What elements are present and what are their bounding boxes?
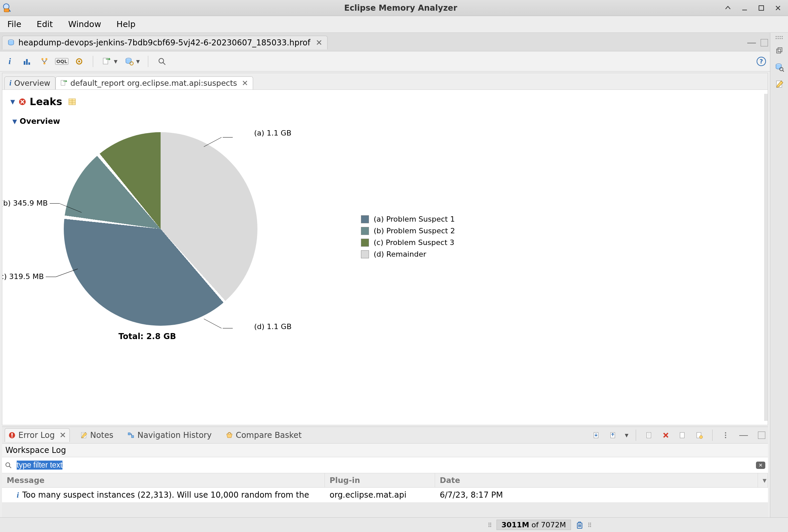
help-button[interactable]: ? (756, 57, 766, 66)
minimize-button[interactable] (740, 3, 749, 13)
pie-total: Total: 2.8 GB (51, 332, 244, 341)
delete-log-button[interactable] (660, 430, 671, 441)
view-minimize-button[interactable] (739, 434, 748, 436)
svg-rect-2 (4, 9, 9, 12)
filter-row: ✕ (2, 457, 768, 473)
svg-rect-25 (128, 432, 130, 434)
notes-icon (80, 432, 87, 439)
clear-log-button[interactable] (644, 430, 655, 441)
restore-log-button[interactable] (693, 430, 705, 441)
search-button[interactable] (156, 56, 168, 67)
chevron-down-icon: ▼ (114, 59, 118, 64)
pie-callout-d: (d) 1.1 GB (224, 322, 292, 331)
close-button[interactable] (773, 3, 783, 13)
svg-point-35 (725, 437, 726, 438)
view-minimize-button[interactable] (747, 42, 756, 43)
restore-icon[interactable] (776, 47, 783, 55)
grip-icon[interactable] (489, 523, 492, 527)
oql-button[interactable]: OQL (56, 56, 67, 67)
pie-legend: (a) Problem Suspect 1 (b) Problem Suspec… (361, 215, 455, 258)
tab-compare-basket[interactable]: Compare Basket (222, 428, 305, 442)
svg-point-34 (725, 434, 726, 436)
menu-bar: File Edit Window Help (0, 16, 788, 33)
title-bar: Eclipse Memory Analyzer (0, 0, 788, 16)
menu-window[interactable]: Window (65, 18, 104, 30)
tab-notes[interactable]: Notes (77, 428, 117, 442)
log-date: 6/7/23, 8:17 PM (435, 488, 758, 502)
scrollbar[interactable] (764, 94, 768, 421)
run-report-dropdown[interactable]: ▼ (101, 56, 118, 67)
tab-overview[interactable]: i Overview (4, 77, 55, 89)
col-date[interactable]: Date (435, 473, 758, 487)
right-trim (770, 33, 788, 517)
file-tab[interactable]: heapdump-devops-jenkins-7bdb9cbf69-5vj42… (2, 36, 328, 49)
close-icon[interactable]: ✕ (242, 79, 248, 87)
tab-default-report[interactable]: default_report org.eclipse.mat.api:suspe… (55, 77, 253, 89)
tab-error-log[interactable]: Error Log ✕ (5, 428, 70, 442)
notes-shortcut-icon[interactable] (775, 80, 784, 88)
view-maximize-button[interactable] (761, 39, 768, 46)
gc-button[interactable] (576, 521, 584, 529)
menu-file[interactable]: File (4, 18, 25, 30)
twistie-icon[interactable]: ▼ (12, 118, 17, 125)
menu-edit[interactable]: Edit (33, 18, 56, 30)
chevron-down-icon[interactable]: ▼ (625, 432, 628, 438)
query-dropdown[interactable]: ▼ (123, 56, 140, 67)
col-plugin[interactable]: Plug-in (325, 473, 435, 487)
pie-callout-b: (b) 345.9 MB (2, 199, 81, 207)
maximize-button[interactable] (756, 3, 766, 13)
report-tabs: i Overview default_report org.eclipse.ma… (2, 73, 768, 90)
chevron-down-icon: ▼ (136, 59, 140, 64)
svg-rect-22 (11, 433, 13, 436)
view-maximize-button[interactable] (758, 432, 765, 439)
col-menu-button[interactable]: ▾ (758, 473, 768, 487)
compare-basket-icon (226, 432, 233, 439)
svg-point-10 (45, 58, 47, 60)
grip-icon[interactable] (588, 523, 592, 527)
heapdump-icon (7, 39, 15, 47)
log-message: Too many suspect instances (22,313). Wil… (22, 490, 309, 499)
close-icon[interactable]: ✕ (59, 431, 66, 440)
rollup-button[interactable] (723, 3, 733, 13)
grip-icon[interactable] (776, 36, 783, 39)
open-log-button[interactable] (677, 430, 688, 441)
tab-nav-history[interactable]: Navigation History (123, 428, 215, 442)
legend-item: (a) Problem Suspect 1 (361, 215, 455, 223)
svg-rect-26 (132, 435, 134, 437)
filter-input[interactable] (15, 459, 753, 471)
log-row[interactable]: i Too many suspect instances (22,313). W… (2, 488, 768, 502)
bottom-panel: Error Log ✕ Notes Navigation History Com… (2, 427, 768, 517)
import-log-button[interactable] (607, 430, 619, 441)
twistie-icon[interactable]: ▼ (11, 98, 15, 105)
close-icon[interactable]: ✕ (316, 38, 322, 47)
menu-help[interactable]: Help (113, 18, 139, 30)
histogram-button[interactable] (21, 56, 33, 67)
svg-rect-30 (680, 432, 685, 438)
svg-point-32 (700, 435, 703, 438)
svg-point-16 (130, 62, 133, 65)
svg-point-9 (41, 58, 43, 60)
view-menu-button[interactable] (720, 430, 731, 441)
svg-rect-7 (26, 59, 28, 65)
options-button[interactable] (74, 56, 85, 67)
pie-callout-c: (c) 319.5 MB (2, 272, 77, 281)
heap-status[interactable]: 3011M of 7072M (496, 520, 571, 530)
clear-filter-button[interactable]: ✕ (756, 462, 765, 469)
export-log-button[interactable] (591, 430, 602, 441)
report-body: ▼ Leaks ▼ Overview (a) 1.1 GB (b) 345.9 … (2, 90, 768, 425)
col-message[interactable]: Message (2, 473, 325, 487)
svg-rect-38 (778, 48, 782, 52)
info-button[interactable]: i (4, 56, 15, 67)
leaks-pie-chart: (a) 1.1 GB (b) 345.9 MB (c) 319.5 MB (d)… (64, 132, 760, 341)
workspace-log-label: Workspace Log (2, 444, 768, 457)
svg-rect-37 (777, 49, 781, 53)
svg-rect-29 (647, 432, 651, 438)
window-title: Eclipse Memory Analyzer (13, 3, 788, 13)
table-icon (68, 98, 76, 106)
svg-rect-8 (28, 62, 30, 65)
log-plugin: org.eclipse.mat.api (325, 488, 435, 502)
dominator-tree-button[interactable] (39, 56, 50, 67)
file-tab-label: heapdump-devops-jenkins-7bdb9cbf69-5vj42… (18, 38, 310, 47)
inspector-icon[interactable] (775, 62, 784, 72)
search-icon (5, 462, 12, 469)
